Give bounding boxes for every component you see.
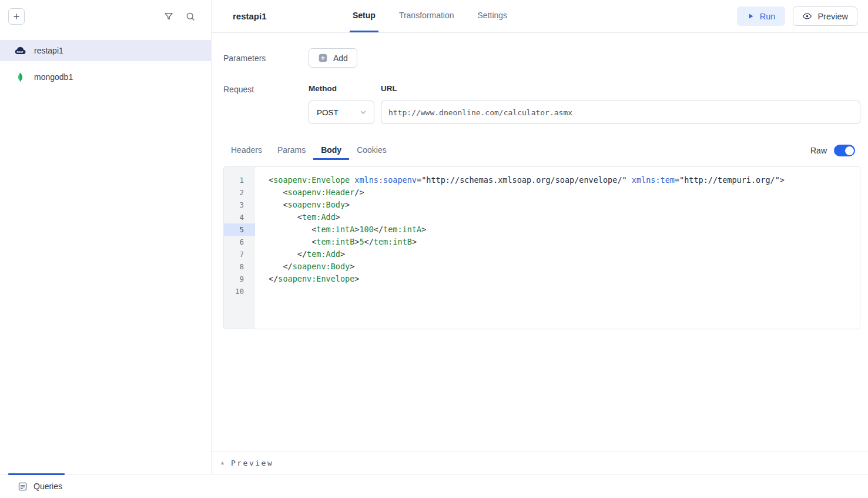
line-number: 5 [224, 223, 255, 236]
line-number: 9 [224, 273, 255, 285]
caret-up-icon: ▲ [220, 460, 225, 466]
url-field: URL http://www.dneonline.com/calculator.… [381, 84, 860, 124]
run-button[interactable]: Run [737, 6, 786, 26]
line-number: 4 [224, 211, 255, 223]
svg-text:REST: REST [16, 50, 24, 53]
code-line: </tem:Add> [269, 248, 860, 260]
method-field: Method POST [309, 84, 374, 124]
queries-tab-indicator [8, 473, 65, 475]
line-number: 1 [224, 174, 255, 186]
method-select[interactable]: POST [309, 101, 374, 124]
body-tabs-row: HeadersParamsBodyCookies Raw [223, 142, 860, 160]
request-fields: Method POST URL http://www.dneonline.com… [309, 84, 860, 124]
editor-gutter: 12345678910 [224, 167, 255, 329]
chevron-down-icon [359, 108, 367, 116]
mongodb-icon [14, 71, 26, 83]
add-parameter-label: Add [333, 54, 348, 63]
queries-tab[interactable]: Queries [33, 482, 62, 491]
sidebar-item-restapi1[interactable]: RESTrestapi1 [0, 40, 211, 61]
tab-settings[interactable]: Settings [475, 0, 511, 32]
code-line [269, 285, 860, 298]
parameters-row: Parameters Add [223, 48, 860, 68]
app-root: RESTrestapi1mongodb1 restapi1 SetupTrans… [0, 0, 868, 498]
preview-button[interactable]: Preview [793, 6, 857, 26]
rest-api-icon: REST [14, 45, 26, 56]
bottom-tab-bar: Queries [0, 474, 868, 498]
line-number: 10 [224, 285, 255, 298]
url-input[interactable]: http://www.dneonline.com/calculator.asmx [381, 101, 860, 124]
filter-button[interactable] [163, 11, 174, 22]
body-tabs: HeadersParamsBodyCookies [223, 142, 394, 160]
request-label: Request [223, 84, 309, 94]
line-number: 8 [224, 260, 255, 273]
sidebar-item-mongodb1[interactable]: mongodb1 [0, 66, 211, 88]
url-value: http://www.dneonline.com/calculator.asmx [388, 108, 572, 117]
sidebar-item-label: restapi1 [34, 46, 63, 55]
line-number: 7 [224, 248, 255, 260]
sidebar-list: RESTrestapi1mongodb1 [0, 33, 211, 450]
plus-square-icon [318, 53, 328, 63]
line-number: 2 [224, 186, 255, 199]
setup-content: Parameters Add Request Method POST [212, 33, 868, 452]
body-tab-params[interactable]: Params [270, 142, 313, 160]
main-tabs: SetupTransformationSettings [350, 0, 510, 32]
run-button-label: Run [760, 12, 776, 21]
main-panel: restapi1 SetupTransformationSettings Run… [212, 0, 868, 474]
search-icon [185, 11, 196, 22]
raw-label: Raw [810, 146, 827, 155]
request-row: Request Method POST URL http [223, 84, 860, 124]
add-query-button[interactable] [8, 8, 25, 25]
code-line: <soapenv:Envelope xmlns:soapenv="http://… [269, 174, 860, 186]
code-line: <soapenv:Body> [269, 199, 860, 211]
code-line: </soapenv:Envelope> [269, 273, 860, 285]
sidebar: RESTrestapi1mongodb1 [0, 0, 212, 474]
sidebar-item-label: mongodb1 [34, 72, 73, 82]
eye-icon [802, 11, 812, 21]
code-line: <tem:Add> [269, 211, 860, 223]
body-tab-body[interactable]: Body [313, 142, 349, 160]
main-header: restapi1 SetupTransformationSettings Run… [212, 0, 868, 33]
filter-icon [163, 11, 174, 22]
code-line: <soapenv:Header/> [269, 186, 860, 199]
body-tab-headers[interactable]: Headers [223, 142, 270, 160]
queries-bottom-bar [0, 450, 211, 474]
body-tab-cookies[interactable]: Cookies [349, 142, 394, 160]
editor-code-area[interactable]: <soapenv:Envelope xmlns:soapenv="http://… [255, 167, 860, 329]
preview-button-label: Preview [817, 12, 848, 21]
toggle-knob [845, 146, 854, 155]
raw-toggle-group: Raw [810, 145, 860, 160]
method-value: POST [317, 108, 339, 117]
play-icon [747, 12, 755, 20]
line-number: 6 [224, 236, 255, 248]
raw-toggle[interactable] [834, 145, 855, 156]
code-line: <tem:intB>5</tem:intB> [269, 236, 860, 248]
add-parameter-button[interactable]: Add [309, 48, 357, 68]
queries-icon [18, 482, 28, 492]
search-button[interactable] [185, 11, 196, 22]
code-line: </soapenv:Body> [269, 260, 860, 273]
preview-panel-label: Preview [231, 459, 273, 467]
top-region: RESTrestapi1mongodb1 restapi1 SetupTrans… [0, 0, 868, 474]
preview-panel-toggle[interactable]: ▲ Preview [212, 452, 868, 474]
sidebar-header [0, 0, 211, 33]
code-line: <tem:intA>100</tem:intA> [269, 223, 860, 236]
tab-transformation[interactable]: Transformation [396, 0, 457, 32]
plus-icon [12, 12, 21, 21]
method-label: Method [309, 84, 374, 93]
sidebar-tools [163, 11, 196, 22]
header-actions: Run Preview [737, 6, 868, 26]
url-label: URL [381, 84, 860, 93]
parameters-label: Parameters [223, 54, 309, 63]
line-number: 3 [224, 199, 255, 211]
body-code-editor[interactable]: 12345678910 <soapenv:Envelope xmlns:soap… [223, 166, 860, 329]
tab-setup[interactable]: Setup [350, 0, 378, 32]
page-title: restapi1 [233, 11, 330, 21]
